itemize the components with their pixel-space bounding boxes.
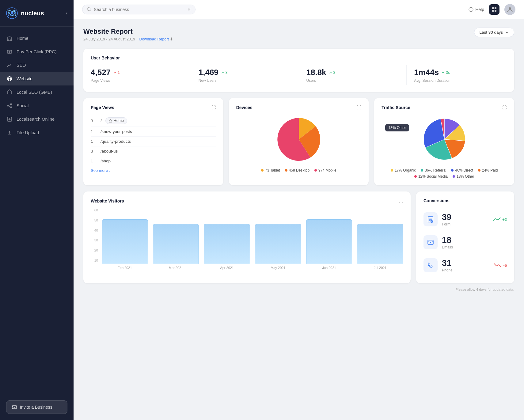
search-input[interactable] [94,7,185,12]
conversions-title: Conversions [423,198,450,203]
traffic-legend: 17% Organic 36% Referral 46% Direct [382,168,507,179]
metric-value-session: 1m44s 3s [414,68,507,77]
social-icon [7,103,12,108]
metric-label-users: Users [306,78,399,83]
sidebar-item-seo[interactable]: SEO [0,59,74,72]
mobile-dot [314,169,317,172]
devices-chart: 73 Tablet 458 Desktop 974 Mobile [236,115,362,172]
page-title: Website Report [83,28,173,36]
page-views-list: 3 / Home 1 /know-your-pests 1 [91,115,216,166]
sidebar-item-website[interactable]: Website [0,72,74,85]
tablet-dot [261,169,264,172]
pv-count: 3 [91,119,97,123]
conv-value-form: 39 [442,212,451,222]
help-label: Help [475,7,484,12]
date-filter-button[interactable]: Last 30 days [474,28,514,37]
delta-new-users: 3 [221,70,228,75]
localsearch-icon [7,116,12,122]
traffic-tooltip: 13% Other [385,124,409,131]
bar-group: Mar 2021 [153,208,199,270]
bar-chart: Feb 2021 Mar 2021 Apr 2021 [102,208,403,270]
sidebar-collapse-button[interactable]: ‹ [66,10,67,16]
metric-value-users: 18.8k 3 [306,68,399,77]
legend-item-desktop: 458 Desktop [285,168,309,172]
bar-label-jul: Jul 2021 [374,266,387,270]
conv-value-phone: 31 [442,258,453,268]
main-area: ✕ i Help Website Report 24 July 2019 [74,0,524,420]
website-visitors-card: Website Visitors ⛶ 60 50 40 30 20 10 [83,191,411,283]
svg-rect-5 [7,50,12,53]
conv-delta-form: +2 [492,216,507,222]
conversion-email: 18 Emails [423,231,507,254]
devices-expand-icon[interactable]: ⛶ [357,105,361,110]
other-dot [453,175,455,178]
see-more-link[interactable]: See more › [91,168,216,173]
sidebar-item-social[interactable]: Social [0,99,74,112]
metric-value-page-views: 4,527 1 [91,68,184,77]
home-badge: Home [105,117,127,124]
user-behavior-card: User Behavior 4,527 1 Page Views 1,469 [83,49,514,92]
legend-direct: 46% Direct [451,168,473,172]
ppc-icon [7,49,12,55]
page-subtitle: 24 July 2019 - 24 August 2019 Download R… [83,37,173,41]
bottom-row: Website Visitors ⛶ 60 50 40 30 20 10 [83,191,514,283]
invite-business-button[interactable]: Invite a Business [6,400,67,414]
home-badge-icon [109,119,112,123]
metric-users: 18.8k 3 Users [299,65,407,85]
legend-social-media: 12% Social Media [414,174,448,179]
grid-icon [492,7,497,12]
sidebar-item-home-label: Home [17,36,28,41]
table-row: 1 /quality-products [91,137,216,146]
bar-feb [102,219,148,264]
svg-rect-9 [7,91,12,94]
app-name: nucleus [21,10,44,17]
conversions-card: Conversions [416,191,514,283]
sidebar-item-local-seo-label: Local SEO (GMB) [17,90,52,95]
help-button[interactable]: i Help [469,7,484,12]
bar-group: Feb 2021 [102,208,148,270]
table-row: 1 /shop [91,156,216,166]
metric-label-session: Avg. Session Duration [414,78,507,83]
traffic-source-chart: 13% Other [382,115,507,179]
legend-other: 13% Other [453,174,474,179]
svg-line-14 [9,106,10,107]
svg-point-1 [11,12,13,14]
social-media-dot [414,175,417,178]
traffic-source-card: Traffic Source ⛶ 13% Other [374,98,514,185]
sidebar-item-ppc[interactable]: Pay Per Click (PPC) [0,45,74,59]
search-clear-icon[interactable]: ✕ [187,7,191,12]
traffic-source-expand-icon[interactable]: ⛶ [502,105,507,110]
sidebar-item-file-upload[interactable]: File Upload [0,126,74,139]
sidebar-item-local-seo[interactable]: Local SEO (GMB) [0,85,74,99]
referral-dot [421,169,423,172]
bar-group: Apr 2021 [204,208,250,270]
bar-group: May 2021 [255,208,301,270]
email-icon [427,239,434,246]
svg-rect-16 [12,406,17,409]
bar-jun [306,219,352,264]
paid-dot [478,169,480,172]
svg-text:i: i [471,8,471,11]
top-header: ✕ i Help [74,0,524,19]
download-report-link[interactable]: Download Report [139,37,169,41]
legend-item-mobile: 974 Mobile [314,168,336,172]
organic-dot [391,169,393,172]
metric-value-new-users: 1,469 3 [199,68,291,77]
y-axis: 60 50 40 30 20 10 [91,208,98,270]
sidebar-item-localsearch[interactable]: Localsearch Online [0,112,74,126]
page-views-header: Page Views ⛶ [91,105,216,110]
form-icon-wrap [423,212,438,226]
sidebar-item-seo-label: SEO [17,63,26,68]
chevron-right-icon: › [109,168,110,173]
page-views-expand-icon[interactable]: ⛶ [211,105,216,110]
user-avatar[interactable] [504,4,515,15]
search-bar[interactable]: ✕ [82,5,196,14]
down-arrow-icon [113,71,117,74]
sidebar-item-home[interactable]: Home [0,32,74,45]
traffic-source-title: Traffic Source [382,105,410,110]
grid-menu-button[interactable] [489,4,499,15]
visitors-header: Website Visitors ⛶ [91,198,403,203]
seo-icon [7,62,12,68]
nucleus-logo-icon [6,7,18,19]
visitors-expand-icon[interactable]: ⛶ [399,198,403,203]
